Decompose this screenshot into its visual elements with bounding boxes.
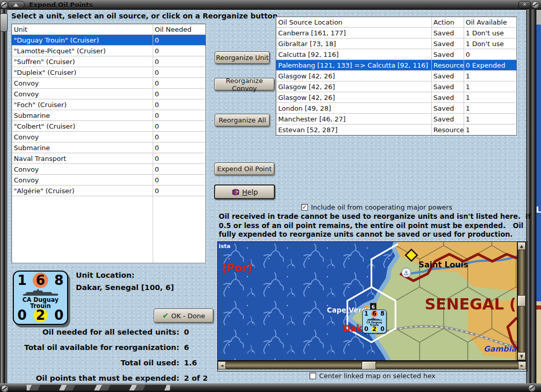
unit-oil: 0 xyxy=(153,78,205,89)
scroll-right-button[interactable]: ► xyxy=(518,361,526,369)
oil-source-row[interactable]: Glasgow [42, 26] Saved 1 xyxy=(276,71,516,81)
reorganize-convoy-label: Reorganize Convoy xyxy=(215,77,274,92)
reorganize-all-button[interactable]: Reorganize All xyxy=(215,114,270,127)
oil-source-row[interactable]: Estevan [52, 287] Resource 1 xyxy=(276,125,516,135)
oil-source-row[interactable]: Glasgow [42, 26] Saved 1 xyxy=(276,92,516,103)
oil-action: Saved xyxy=(431,28,464,38)
oil-source-column-header: Oil Source Location xyxy=(276,17,431,28)
oil-source-table: Oil Source Location Action Oil Available… xyxy=(276,16,517,136)
scroll-down-button[interactable]: ▼ xyxy=(517,352,526,360)
unit-name: "Dupleix" (Cruiser) xyxy=(12,67,153,78)
rollup-button[interactable] xyxy=(8,1,25,9)
oil-source-row[interactable]: Glasgow [42, 26] Saved 1 xyxy=(276,81,516,92)
close-button[interactable]: ✕ xyxy=(518,1,531,9)
counter-value-bottom-left: 0 xyxy=(364,326,368,333)
unit-row[interactable]: Convoy 0 xyxy=(12,78,205,89)
unit-name: Convoy xyxy=(12,89,153,99)
map-vertical-scrollbar[interactable]: ▲ ▼ xyxy=(517,242,526,360)
oil-available: 1 xyxy=(464,114,516,125)
oil-source-location: Glasgow [42, 26] xyxy=(276,71,431,81)
background-map-label: L xyxy=(536,205,541,215)
left-arrow-icon: ◄ xyxy=(220,363,223,368)
oil-action: Resource xyxy=(431,125,464,135)
unit-row[interactable]: "Dupleix" (Cruiser) 0 xyxy=(12,67,205,78)
rollup-icon xyxy=(13,3,18,7)
counter-value-top-right: 8 xyxy=(54,273,64,288)
down-arrow-icon: ▼ xyxy=(520,354,523,359)
oil-source-row[interactable]: London [49, 28] Saved 1 xyxy=(276,103,516,114)
reorganize-all-label: Reorganize All xyxy=(219,116,266,124)
reorganize-convoy-button[interactable]: Reorganize Convoy xyxy=(214,78,275,91)
include-oil-checkbox-row: ✓ Include oil from cooperating major pow… xyxy=(301,203,452,211)
unit-row[interactable]: Naval Transport 0 xyxy=(12,153,205,164)
action-column-header: Action xyxy=(431,17,464,28)
unit-oil: 0 xyxy=(153,185,205,196)
unit-row[interactable]: Submarine 0 xyxy=(12,110,205,121)
oil-source-row[interactable]: Calcutta [92, 116] Saved 0 xyxy=(276,49,516,60)
help-book-icon xyxy=(232,189,240,196)
background-map-sea xyxy=(536,25,541,301)
background-map-land xyxy=(536,301,541,383)
vertical-scroll-thumb[interactable] xyxy=(517,295,526,306)
unit-row[interactable]: "Foch" (Cruiser) 0 xyxy=(12,99,205,110)
unit-name: Submarine xyxy=(12,110,153,121)
oil-action: Saved xyxy=(431,49,464,60)
oil-action: Saved xyxy=(431,103,464,114)
map-unit-counter[interactable]: 1 6 8 CA DuguayTrouin 0 2 0 xyxy=(362,310,387,334)
oil-source-location: Canberra [161, 177] xyxy=(276,28,431,38)
unit-name: "Duguay Trouin" (Cruiser) xyxy=(12,35,153,46)
unit-row[interactable]: "Colbert" (Cruiser) 0 xyxy=(12,121,205,132)
oil-source-row[interactable]: Palembang [121, 133] => Calcutta [92, 11… xyxy=(276,60,516,71)
scroll-left-button[interactable]: ◄ xyxy=(218,361,226,369)
center-map-checkbox[interactable] xyxy=(309,373,316,379)
unit-oil: 0 xyxy=(153,153,205,164)
unit-row[interactable]: Convoy 0 xyxy=(12,132,205,142)
oil-source-row[interactable]: Manchester [46, 27] Saved 1 xyxy=(276,114,516,125)
unit-oil: 0 xyxy=(153,132,205,142)
unit-name: "Foch" (Cruiser) xyxy=(12,99,153,110)
oil-available: 1 Don't use xyxy=(464,38,516,49)
unit-row[interactable]: Convoy 0 xyxy=(12,175,205,185)
oil-source-location: Glasgow [42, 26] xyxy=(276,81,431,92)
unit-row[interactable]: "Suffren" (Cruiser) 0 xyxy=(12,56,205,67)
help-label: Help xyxy=(242,188,258,196)
map-canvas[interactable]: ⚓ ista (Por) Saint Louis SENEGAL (F Cape… xyxy=(218,242,517,360)
unit-oil: 0 xyxy=(153,164,205,175)
map-horizontal-scrollbar[interactable]: ◄ ► xyxy=(218,360,526,369)
green-check-icon: ✔ xyxy=(162,311,169,320)
unit-name: Submarine xyxy=(12,142,153,153)
oil-action: Saved xyxy=(431,92,464,103)
expend-oil-point-button[interactable]: Expend Oil Point xyxy=(214,162,275,175)
oil-source-row[interactable]: Canberra [161, 177] Saved 1 Don't use xyxy=(276,28,516,38)
help-button[interactable]: Help xyxy=(214,184,275,199)
stat-label: Total oil available for reorganization: xyxy=(8,343,179,354)
oil-available: 0 Expended xyxy=(464,60,516,71)
unit-row[interactable]: "Duguay Trouin" (Cruiser) 0 xyxy=(12,35,205,46)
unit-row[interactable]: Submarine 0 xyxy=(12,142,205,153)
oil-available: 1 xyxy=(464,92,516,103)
unit-oil: 0 xyxy=(153,56,205,67)
unit-row[interactable]: "Algérie" (Cruiser) 0 xyxy=(12,185,205,196)
include-oil-checkbox[interactable]: ✓ xyxy=(301,204,308,211)
unit-location-value: Dakar, Senegal [100, 6] xyxy=(76,283,174,292)
unit-row[interactable]: Convoy 0 xyxy=(12,164,205,175)
oil-source-row[interactable]: Gibraltar [73, 18] Saved 1 Don't use xyxy=(276,38,516,49)
unit-name: Naval Transport xyxy=(12,153,153,164)
center-map-checkbox-row: Center linked map on selected hex xyxy=(309,372,435,380)
oil-available: 1 Don't use xyxy=(464,28,516,38)
window-frame-left xyxy=(0,9,7,392)
title-bar[interactable]: Expend Oil Points ✕ xyxy=(0,0,541,10)
oil-source-location: Gibraltar [73, 18] xyxy=(276,38,431,49)
oil-available-column-header: Oil Available xyxy=(464,17,516,28)
stat-value: 1.6 xyxy=(184,359,197,369)
unit-location-label: Unit Location: xyxy=(76,271,135,279)
unit-row[interactable]: Convoy 0 xyxy=(12,89,205,99)
screw-decoration xyxy=(1,385,9,392)
unit-row[interactable]: "Lamotte-Picquet" (Cruiser) 0 xyxy=(12,46,205,56)
close-icon: ✕ xyxy=(523,2,527,7)
ok-done-button[interactable]: ✔ OK - Done xyxy=(154,308,214,323)
reorganize-unit-button[interactable]: Reorganize Unit xyxy=(215,51,270,64)
stack-count-badge: 6 xyxy=(370,303,377,310)
horizontal-scroll-thumb[interactable] xyxy=(362,361,376,369)
scroll-up-button[interactable]: ▲ xyxy=(517,242,526,250)
